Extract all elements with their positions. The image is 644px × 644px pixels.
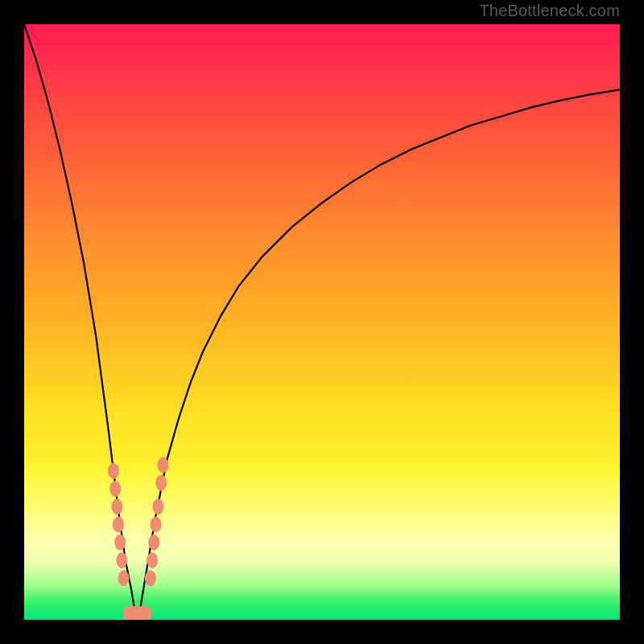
marker-dot bbox=[147, 553, 158, 568]
marker-dot bbox=[117, 553, 127, 568]
marker-dot bbox=[115, 535, 126, 550]
marker-group bbox=[109, 457, 168, 620]
marker-dot bbox=[112, 499, 122, 514]
marker-dot bbox=[109, 464, 119, 479]
marker-dot bbox=[151, 517, 161, 532]
marker-dot bbox=[149, 535, 159, 550]
marker-dot bbox=[141, 606, 151, 620]
marker-dot bbox=[118, 571, 129, 586]
marker-dot bbox=[156, 475, 167, 490]
marker-dot bbox=[113, 517, 123, 532]
chart-frame: TheBottleneck.com bbox=[0, 0, 644, 644]
marker-dot bbox=[158, 457, 168, 473]
curve-path bbox=[24, 24, 620, 620]
bottleneck-curve bbox=[24, 24, 620, 620]
watermark-text: TheBottleneck.com bbox=[479, 2, 620, 20]
marker-dot bbox=[145, 571, 155, 586]
plot-area bbox=[24, 24, 620, 620]
marker-dot bbox=[110, 481, 121, 497]
marker-dot bbox=[153, 499, 163, 514]
